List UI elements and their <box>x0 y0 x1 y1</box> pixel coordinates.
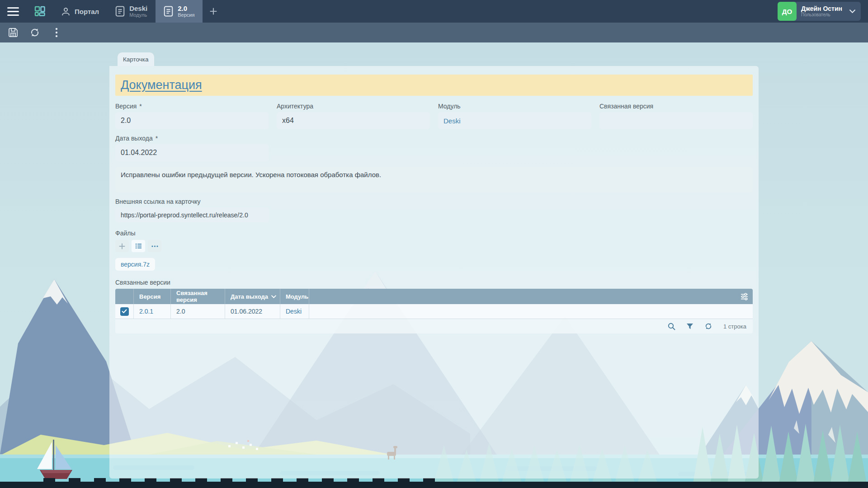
kebab-menu-icon <box>55 28 58 38</box>
plus-icon <box>210 8 217 15</box>
form-row-1: Версия * Архитектура Модуль Связанная ве… <box>115 103 753 129</box>
column-header-linked[interactable]: Связанная версия <box>170 289 225 304</box>
table-refresh-button[interactable] <box>704 322 712 330</box>
document-icon <box>164 6 173 17</box>
field-architecture-label: Архитектура <box>277 103 430 110</box>
module-input[interactable] <box>438 112 591 129</box>
ellipsis-icon <box>151 245 158 247</box>
heading-bar: Документация <box>115 75 753 96</box>
column-header-version[interactable]: Версия <box>133 289 170 304</box>
tab-portal[interactable]: Портал <box>53 0 107 23</box>
field-module: Модуль <box>438 103 591 129</box>
avatar: ДО <box>778 2 797 21</box>
tab-deski-title: Deski <box>129 5 147 12</box>
refresh-icon <box>29 27 40 38</box>
cell-empty <box>309 304 753 319</box>
table-footer: 1 строка <box>115 319 753 333</box>
files-label: Файлы <box>115 230 753 237</box>
architecture-input[interactable] <box>277 112 430 129</box>
row-count: 1 строка <box>723 323 746 330</box>
plus-icon <box>119 243 125 249</box>
tab-deski-subtitle: Модуль <box>129 12 147 18</box>
field-external-link: Внешняя ссылка на карточку <box>115 198 269 222</box>
tab-portal-label: Портал <box>75 8 99 15</box>
field-module-label: Модуль <box>438 103 591 110</box>
files-toolbar <box>115 240 753 252</box>
description-textarea[interactable]: Исправлены ошибки предыдущей версии. Уск… <box>115 167 753 192</box>
check-icon <box>122 309 127 314</box>
table-header: Версия Связанная версия Дата выхода Моду… <box>115 289 753 304</box>
top-bar: Портал Deski Модуль 2.0 Версия <box>0 0 868 23</box>
version-input[interactable] <box>115 112 269 129</box>
row-checkbox-checked[interactable] <box>120 307 129 316</box>
cell-linked-version: 2.0 <box>170 304 225 319</box>
external-link-input[interactable] <box>115 207 269 222</box>
table-filter-button[interactable] <box>686 323 693 330</box>
refresh-icon <box>704 322 712 330</box>
field-linked-version: Связанная версия <box>599 103 753 129</box>
cell-release-date: 01.06.2022 <box>225 304 280 319</box>
more-actions-button[interactable] <box>47 24 66 41</box>
release-date-input[interactable] <box>115 144 269 161</box>
table-row[interactable]: 2.0.1 2.0 01.06.2022 Deski <box>115 304 753 319</box>
list-view-button[interactable] <box>132 240 145 252</box>
hamburger-menu-button[interactable] <box>0 0 26 23</box>
document-icon <box>115 6 125 17</box>
search-icon <box>668 323 675 330</box>
form-row-2: Дата выхода * <box>115 135 753 161</box>
external-link-label: Внешняя ссылка на карточку <box>115 198 269 205</box>
user-name: Джейн Остин <box>801 5 842 13</box>
list-view-icon <box>135 243 142 249</box>
tab-version-active[interactable]: 2.0 Версия <box>156 0 203 23</box>
new-tab-button[interactable] <box>203 0 224 23</box>
required-marker: * <box>156 135 158 142</box>
dashboard-grid-icon <box>33 5 47 18</box>
cell-module[interactable]: Deski <box>280 304 309 319</box>
card-content: Карточка Документация Версия * Архитекту… <box>109 42 759 479</box>
person-icon <box>61 7 70 16</box>
column-header-date[interactable]: Дата выхода <box>225 289 280 304</box>
column-header-module[interactable]: Модуль <box>280 289 309 304</box>
field-linked-version-label: Связанная версия <box>599 103 753 110</box>
linked-versions-label: Связанные версии <box>115 279 753 286</box>
required-marker: * <box>139 103 142 110</box>
select-column-header[interactable] <box>115 289 133 304</box>
refresh-button[interactable] <box>25 24 44 41</box>
field-version-label: Версия * <box>115 103 269 110</box>
save-icon <box>8 27 19 38</box>
field-release-date-label: Дата выхода * <box>115 135 269 142</box>
tab-deski[interactable]: Deski Модуль <box>107 0 156 23</box>
field-release-date: Дата выхода * <box>115 135 269 161</box>
card-toolbar <box>0 23 868 42</box>
save-button[interactable] <box>4 24 23 41</box>
field-version: Версия * <box>115 103 269 129</box>
chevron-down-icon <box>849 9 855 13</box>
tab-version-title: 2.0 <box>178 5 194 12</box>
column-settings-icon <box>741 293 748 300</box>
documentation-link[interactable]: Документация <box>121 78 202 92</box>
user-menu[interactable]: ДО Джейн Остин Пользователь <box>778 2 861 21</box>
field-architecture: Архитектура <box>277 103 430 129</box>
user-role: Пользователь <box>801 12 842 18</box>
dashboard-button[interactable] <box>26 0 53 23</box>
filter-icon <box>686 323 693 330</box>
cell-version[interactable]: 2.0.1 <box>133 304 170 319</box>
file-more-button[interactable] <box>148 240 161 252</box>
sort-chevron-down-icon <box>271 295 276 298</box>
row-select-cell <box>115 304 133 319</box>
linked-version-input[interactable] <box>599 112 753 129</box>
file-item[interactable]: версия.7z <box>115 258 155 271</box>
column-settings-button[interactable] <box>309 289 753 304</box>
add-file-button[interactable] <box>115 240 129 252</box>
tab-version-subtitle: Версия <box>178 12 194 18</box>
topbar-spacer <box>224 0 778 23</box>
tab-card[interactable]: Карточка <box>118 52 154 66</box>
table-search-button[interactable] <box>668 323 675 330</box>
linked-versions-table: Версия Связанная версия Дата выхода Моду… <box>115 289 753 333</box>
card-panel: Документация Версия * Архитектура Модуль… <box>109 66 759 479</box>
